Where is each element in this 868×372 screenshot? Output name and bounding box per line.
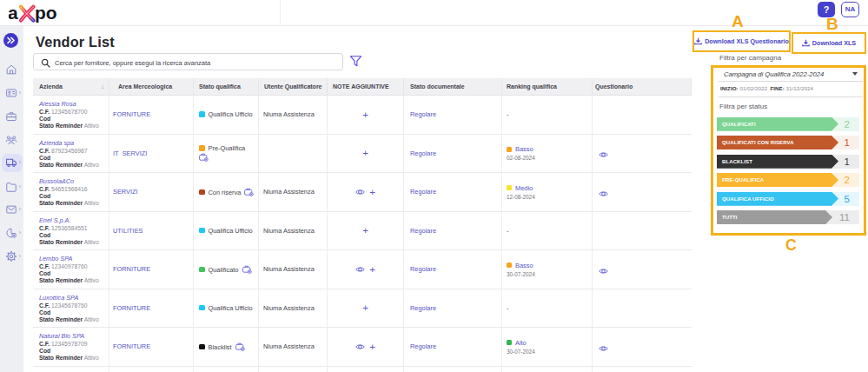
svg-text:po: po [35, 3, 57, 23]
svg-text:a: a [9, 3, 18, 23]
